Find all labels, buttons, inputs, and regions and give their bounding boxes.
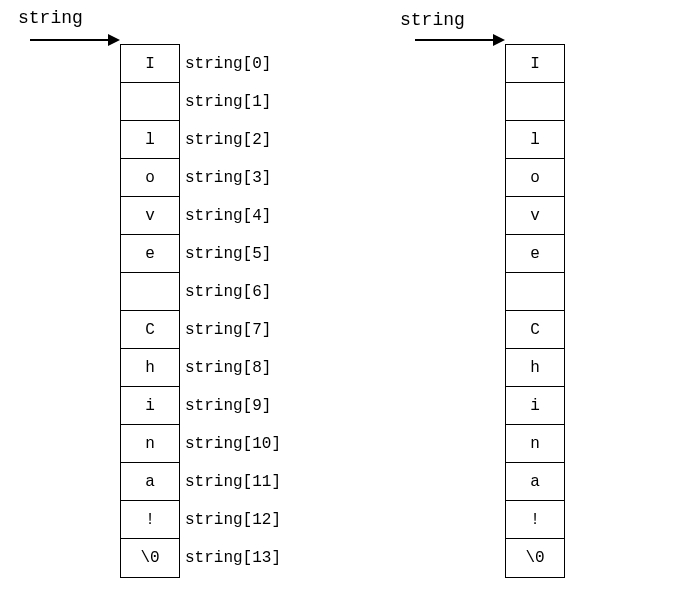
right-pointer-arrow <box>415 34 505 46</box>
array-cell: e <box>506 235 564 273</box>
array-cell: C <box>506 311 564 349</box>
array-cell <box>506 83 564 121</box>
array-cell: string[6] <box>121 273 179 311</box>
array-cell: o <box>506 159 564 197</box>
cell-index-label: string[6] <box>185 284 271 300</box>
cell-index-label: string[13] <box>185 550 281 566</box>
array-cell <box>506 273 564 311</box>
cell-index-label: string[9] <box>185 398 271 414</box>
cell-index-label: string[12] <box>185 512 281 528</box>
cell-char: e <box>530 246 540 262</box>
array-cell: hstring[8] <box>121 349 179 387</box>
left-pointer-label: string <box>18 8 83 28</box>
array-cell: h <box>506 349 564 387</box>
cell-index-label: string[2] <box>185 132 271 148</box>
cell-char: o <box>145 170 155 186</box>
cell-char: \0 <box>525 550 544 566</box>
array-cell: I <box>506 45 564 83</box>
cell-char: l <box>530 132 540 148</box>
cell-char: ! <box>530 512 540 528</box>
cell-char: v <box>145 208 155 224</box>
cell-char: h <box>145 360 155 376</box>
right-array-column: IloveChina!\0 <box>505 44 565 578</box>
diagram-stage: string Istring[0]string[1]lstring[2]ostr… <box>0 0 696 597</box>
left-array-column: Istring[0]string[1]lstring[2]ostring[3]v… <box>120 44 180 578</box>
array-cell: Cstring[7] <box>121 311 179 349</box>
cell-index-label: string[10] <box>185 436 281 452</box>
array-cell: v <box>506 197 564 235</box>
cell-char: n <box>530 436 540 452</box>
cell-index-label: string[11] <box>185 474 281 490</box>
cell-index-label: string[0] <box>185 56 271 72</box>
array-cell: \0 <box>506 539 564 577</box>
cell-index-label: string[8] <box>185 360 271 376</box>
cell-char: C <box>530 322 540 338</box>
cell-char: v <box>530 208 540 224</box>
cell-char: I <box>530 56 540 72</box>
cell-char: l <box>145 132 155 148</box>
cell-char: C <box>145 322 155 338</box>
cell-char: I <box>145 56 155 72</box>
cell-char: e <box>145 246 155 262</box>
cell-char: \0 <box>140 550 159 566</box>
cell-char: i <box>145 398 155 414</box>
array-cell: istring[9] <box>121 387 179 425</box>
cell-char: h <box>530 360 540 376</box>
cell-index-label: string[5] <box>185 246 271 262</box>
array-cell: a <box>506 463 564 501</box>
right-pointer-label: string <box>400 10 465 30</box>
array-cell: ! <box>506 501 564 539</box>
array-cell: l <box>506 121 564 159</box>
array-cell: vstring[4] <box>121 197 179 235</box>
cell-char: a <box>145 474 155 490</box>
array-cell: i <box>506 387 564 425</box>
cell-index-label: string[1] <box>185 94 271 110</box>
array-cell: estring[5] <box>121 235 179 273</box>
cell-index-label: string[7] <box>185 322 271 338</box>
array-cell: lstring[2] <box>121 121 179 159</box>
cell-char: o <box>530 170 540 186</box>
array-cell: !string[12] <box>121 501 179 539</box>
cell-char: a <box>530 474 540 490</box>
array-cell: astring[11] <box>121 463 179 501</box>
cell-char: n <box>145 436 155 452</box>
array-cell: \0string[13] <box>121 539 179 577</box>
array-cell: n <box>506 425 564 463</box>
array-cell: ostring[3] <box>121 159 179 197</box>
cell-char: i <box>530 398 540 414</box>
cell-index-label: string[4] <box>185 208 271 224</box>
left-pointer-arrow <box>30 34 120 46</box>
array-cell: string[1] <box>121 83 179 121</box>
array-cell: Istring[0] <box>121 45 179 83</box>
cell-index-label: string[3] <box>185 170 271 186</box>
array-cell: nstring[10] <box>121 425 179 463</box>
cell-char: ! <box>145 512 155 528</box>
